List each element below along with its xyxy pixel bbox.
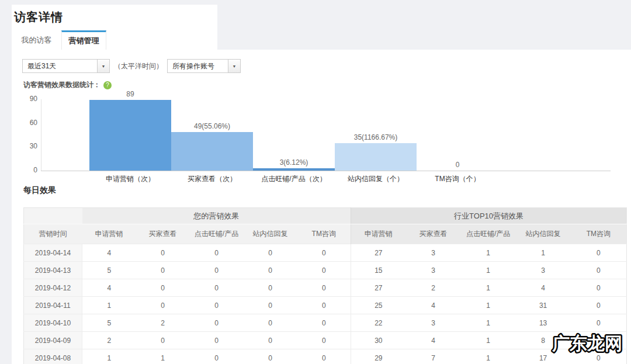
industry-effect-cell: 0 bbox=[571, 244, 627, 262]
your-effect-cell: 0 bbox=[297, 314, 351, 332]
industry-effect-cell: 1 bbox=[461, 279, 516, 297]
date-range-select[interactable]: 最近31天 ▼ bbox=[22, 59, 110, 73]
help-icon[interactable]: ? bbox=[103, 81, 112, 89]
your-effect-cell: 0 bbox=[136, 262, 190, 279]
column-header: 点击旺铺/产品 bbox=[190, 224, 244, 244]
industry-top10-group-header: 行业TOP10营销效果 bbox=[351, 208, 627, 224]
industry-effect-cell: 8 bbox=[516, 332, 571, 349]
y-axis-line bbox=[41, 99, 41, 171]
industry-effect-cell: 3 bbox=[406, 262, 461, 279]
your-effect-cell: 1 bbox=[82, 297, 136, 314]
industry-effect-cell: 15 bbox=[351, 262, 406, 279]
chart-bar bbox=[171, 132, 253, 171]
industry-effect-cell: 4 bbox=[406, 297, 461, 314]
date-cell: 2019-04-11 bbox=[24, 297, 82, 314]
industry-effect-cell: 3 bbox=[406, 314, 461, 332]
table-row: 2019-04-0920000304180 bbox=[24, 332, 627, 349]
tab-marketing-management[interactable]: 营销管理 bbox=[61, 30, 106, 50]
column-header: 申请营销 bbox=[351, 224, 406, 244]
your-effect-cell: 2 bbox=[82, 332, 136, 349]
industry-effect-cell: 1 bbox=[461, 349, 516, 364]
your-effect-cell: 0 bbox=[190, 349, 244, 364]
table-row: 2019-04-11100002541310 bbox=[24, 297, 627, 314]
industry-effect-cell: 7 bbox=[406, 349, 461, 364]
industry-effect-cell: 4 bbox=[406, 332, 461, 349]
industry-effect-cell: 2 bbox=[406, 279, 461, 297]
chart-section-label: 访客营销效果数据统计： bbox=[23, 80, 100, 90]
table-row: 2019-04-10520002231130 bbox=[24, 314, 627, 332]
chart-bar-value-label: 0 bbox=[417, 161, 498, 169]
date-cell: 2019-04-13 bbox=[24, 262, 82, 279]
tab-my-visitors[interactable]: 我的访客 bbox=[12, 30, 61, 50]
your-effect-cell: 0 bbox=[136, 279, 190, 297]
chart-bar-value-label: 3(6.12%) bbox=[253, 158, 335, 167]
your-effect-cell: 0 bbox=[244, 279, 297, 297]
industry-effect-cell: 0 bbox=[571, 332, 627, 349]
column-header: TM咨询 bbox=[571, 224, 627, 244]
column-header: 买家查看 bbox=[406, 224, 461, 244]
column-header: TM咨询 bbox=[297, 224, 351, 244]
industry-effect-cell: 0 bbox=[571, 314, 627, 332]
chart-y-tick: 90 bbox=[12, 95, 37, 103]
chevron-down-icon[interactable]: ▼ bbox=[228, 60, 240, 72]
your-effect-cell: 0 bbox=[297, 244, 351, 262]
content-card: 最近31天 ▼ （太平洋时间） 所有操作账号 ▼ 访客营销效果数据统计： ? 0… bbox=[12, 50, 631, 364]
industry-effect-cell: 4 bbox=[516, 279, 571, 297]
marketing-effect-bar-chart: 030609089申请营销（次）49(55.06%)买家查看（次）3(6.12%… bbox=[12, 98, 619, 186]
industry-effect-cell: 29 bbox=[351, 349, 406, 364]
your-effect-cell: 1 bbox=[82, 349, 136, 364]
your-effect-cell: 0 bbox=[136, 297, 190, 314]
your-effect-cell: 0 bbox=[297, 279, 351, 297]
your-effect-cell: 0 bbox=[190, 262, 244, 279]
chart-section-header: 访客营销效果数据统计： ? bbox=[23, 80, 112, 90]
your-effect-cell: 0 bbox=[190, 279, 244, 297]
chart-x-axis-label: 申请营销（次） bbox=[89, 174, 171, 184]
column-header-row: 营销时间申请营销买家查看点击旺铺/产品站内信回复TM咨询申请营销买家查看点击旺铺… bbox=[24, 224, 627, 244]
industry-effect-cell: 0 bbox=[571, 349, 627, 364]
page-title: 访客详情 bbox=[14, 9, 63, 25]
chart-x-axis-label: 点击旺铺/产品（次） bbox=[253, 174, 335, 184]
date-cell: 2019-04-12 bbox=[24, 279, 82, 297]
table-row: 2019-04-1350000153130 bbox=[24, 262, 627, 279]
corner-cell bbox=[24, 208, 82, 224]
account-select[interactable]: 所有操作账号 ▼ bbox=[167, 59, 241, 73]
chart-y-tick: 30 bbox=[12, 142, 37, 150]
column-header: 点击旺铺/产品 bbox=[461, 224, 516, 244]
chevron-down-icon[interactable]: ▼ bbox=[97, 60, 109, 72]
your-effect-cell: 0 bbox=[297, 349, 351, 364]
chart-y-tick: 0 bbox=[12, 166, 37, 174]
your-effect-group-header: 您的营销效果 bbox=[82, 208, 351, 224]
industry-effect-cell: 1 bbox=[516, 244, 571, 262]
your-effect-cell: 0 bbox=[136, 244, 190, 262]
your-effect-cell: 0 bbox=[297, 332, 351, 349]
industry-effect-cell: 1 bbox=[461, 297, 516, 314]
date-cell: 2019-04-08 bbox=[24, 349, 82, 364]
chart-bar bbox=[335, 143, 417, 171]
your-effect-cell: 0 bbox=[244, 244, 297, 262]
chart-bar-value-label: 49(55.06%) bbox=[171, 122, 253, 130]
your-effect-cell: 2 bbox=[136, 314, 190, 332]
daily-effect-title: 每日效果 bbox=[23, 185, 56, 196]
chart-x-axis-label: 买家查看（次） bbox=[171, 174, 253, 184]
column-header: 买家查看 bbox=[136, 224, 190, 244]
filter-bar: 最近31天 ▼ （太平洋时间） 所有操作账号 ▼ bbox=[22, 59, 241, 73]
industry-effect-cell: 0 bbox=[571, 297, 627, 314]
industry-effect-cell: 0 bbox=[571, 279, 627, 297]
your-effect-cell: 0 bbox=[244, 297, 297, 314]
daily-effect-table: 您的营销效果 行业TOP10营销效果 营销时间申请营销买家查看点击旺铺/产品站内… bbox=[23, 207, 627, 364]
date-range-value: 最近31天 bbox=[23, 60, 97, 72]
industry-effect-cell: 27 bbox=[351, 279, 406, 297]
industry-effect-cell: 1 bbox=[461, 262, 516, 279]
your-effect-cell: 4 bbox=[82, 244, 136, 262]
x-axis-line bbox=[41, 171, 611, 171]
your-effect-cell: 0 bbox=[297, 262, 351, 279]
industry-effect-cell: 30 bbox=[351, 332, 406, 349]
chart-x-axis-label: TM咨询（个） bbox=[417, 174, 498, 184]
chart-x-axis-label: 站内信回复（个） bbox=[335, 174, 417, 184]
industry-effect-cell: 27 bbox=[351, 244, 406, 262]
your-effect-cell: 1 bbox=[136, 349, 190, 364]
your-effect-cell: 0 bbox=[190, 332, 244, 349]
timezone-note: （太平洋时间） bbox=[114, 61, 163, 71]
industry-effect-cell: 25 bbox=[351, 297, 406, 314]
your-effect-cell: 0 bbox=[244, 332, 297, 349]
